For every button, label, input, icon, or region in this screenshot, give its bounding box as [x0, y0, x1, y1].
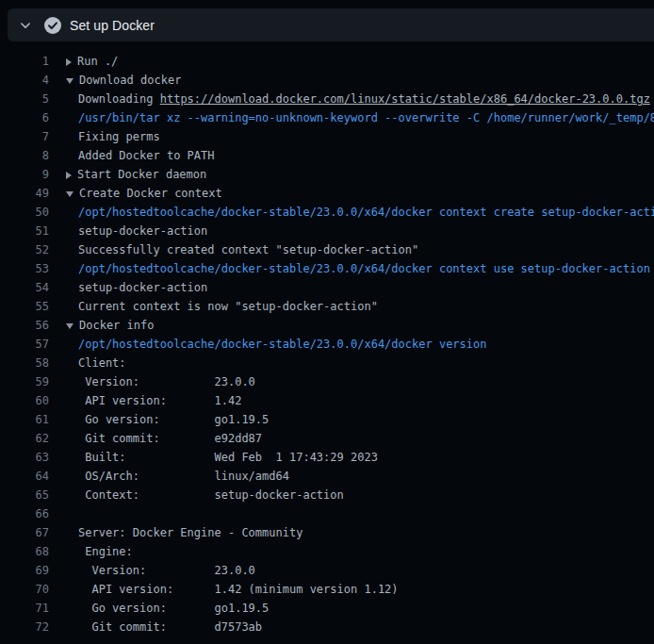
log-line: 54setup-docker-action [0, 278, 654, 297]
line-number[interactable]: 5 [0, 90, 49, 108]
log-line: 53/opt/hostedtoolcache/docker-stable/23.… [0, 259, 654, 278]
log-group-expanded[interactable]: Download docker [49, 71, 181, 90]
line-number[interactable]: 66 [0, 504, 49, 523]
line-number[interactable]: 51 [0, 222, 49, 240]
line-number[interactable]: 1 [0, 52, 49, 71]
command-text: /usr/bin/tar xz --warning=no-unknown-key… [49, 108, 654, 127]
log-text-prefix: Downloading [78, 92, 160, 106]
log-line: 68 Engine: [0, 542, 654, 561]
actions-log-viewer: Set up Docker 1Run ./4Download docker5Do… [0, 0, 654, 644]
log-line: 65 Context: setup-docker-action [0, 486, 654, 504]
log-text: Version: 23.0.0 [49, 372, 255, 391]
log-url-link[interactable]: https://download.docker.com/linux/static… [160, 92, 650, 106]
line-number[interactable]: 70 [0, 580, 49, 599]
step-title: Set up Docker [70, 18, 155, 33]
line-number[interactable]: 6 [0, 108, 49, 127]
log-text: Go version: go1.19.5 [49, 599, 269, 618]
line-number[interactable]: 63 [0, 448, 49, 467]
group-label: Download docker [79, 74, 181, 87]
line-number[interactable]: 8 [0, 146, 49, 165]
line-number[interactable]: 71 [0, 599, 49, 618]
step-header-set-up-docker[interactable]: Set up Docker [8, 8, 654, 41]
line-number[interactable]: 69 [0, 561, 49, 580]
triangle-down-icon [66, 78, 74, 84]
log-line: 56Docker info [0, 316, 654, 335]
line-number[interactable]: 56 [0, 316, 49, 335]
triangle-down-icon [66, 191, 74, 197]
log-line: 9Start Docker daemon [0, 165, 654, 184]
log-line: 61 Go version: go1.19.5 [0, 410, 654, 429]
command-text: /opt/hostedtoolcache/docker-stable/23.0.… [49, 335, 486, 354]
log-line: 51setup-docker-action [0, 222, 654, 240]
triangle-right-icon [66, 58, 72, 66]
log-line: 57/opt/hostedtoolcache/docker-stable/23.… [0, 335, 654, 354]
log-text: Version: 23.0.0 [49, 561, 255, 580]
log-text: Git commit: d7573ab [49, 618, 262, 636]
line-number[interactable]: 7 [0, 127, 49, 146]
log-group-expanded[interactable]: Create Docker context [49, 184, 222, 203]
log-text: setup-docker-action [49, 278, 207, 297]
line-number[interactable]: 52 [0, 240, 49, 259]
log-text: Built: Wed Feb 1 17:43:29 2023 [49, 448, 378, 467]
group-label: Start Docker daemon [77, 168, 206, 181]
line-number[interactable]: 50 [0, 203, 49, 222]
line-number[interactable]: 49 [0, 184, 49, 203]
log-text: Client: [49, 354, 126, 372]
log-line: 5Downloading https://download.docker.com… [0, 90, 654, 108]
log-text: Git commit: e92dd87 [49, 429, 262, 448]
log-group-expanded[interactable]: Docker info [49, 316, 154, 335]
log-line: 55Current context is now "setup-docker-a… [0, 297, 654, 316]
line-number[interactable]: 59 [0, 372, 49, 391]
line-number[interactable]: 58 [0, 354, 49, 372]
line-number[interactable]: 53 [0, 259, 49, 278]
check-circle-icon [44, 17, 61, 34]
log-text: Context: setup-docker-action [49, 486, 344, 504]
group-label: Create Docker context [79, 187, 222, 200]
group-label: Docker info [79, 319, 154, 332]
log-line: 71 Go version: go1.19.5 [0, 599, 654, 618]
line-number[interactable]: 9 [0, 165, 49, 184]
line-number[interactable]: 67 [0, 523, 49, 542]
log-line: 64 OS/Arch: linux/amd64 [0, 467, 654, 486]
log-line: 72 Git commit: d7573ab [0, 618, 654, 636]
log-line: 58Client: [0, 354, 654, 372]
line-number[interactable]: 54 [0, 278, 49, 297]
log-line: 6/usr/bin/tar xz --warning=no-unknown-ke… [0, 108, 654, 127]
log-line: 66 [0, 504, 654, 523]
log-text: API version: 1.42 [49, 391, 241, 410]
log-line: 63 Built: Wed Feb 1 17:43:29 2023 [0, 448, 654, 467]
line-number[interactable]: 4 [0, 71, 49, 90]
log-text: API version: 1.42 (minimum version 1.12) [49, 580, 399, 599]
line-number[interactable]: 65 [0, 486, 49, 504]
log-group-collapsed[interactable]: Run ./ [49, 52, 118, 71]
log-text: Server: Docker Engine - Community [49, 523, 302, 542]
chevron-down-icon[interactable] [18, 18, 33, 33]
log-line: 7Fixing perms [0, 127, 654, 146]
log-group-collapsed[interactable]: Start Docker daemon [49, 165, 206, 184]
line-number[interactable]: 55 [0, 297, 49, 316]
log-text: Added Docker to PATH [49, 146, 215, 165]
log-line: 49Create Docker context [0, 184, 654, 203]
group-label: Run ./ [77, 55, 118, 68]
line-number[interactable]: 60 [0, 391, 49, 410]
line-number[interactable]: 72 [0, 618, 49, 636]
triangle-down-icon [66, 323, 74, 329]
line-number[interactable]: 61 [0, 410, 49, 429]
line-number[interactable]: 64 [0, 467, 49, 486]
log-line: 1Run ./ [0, 52, 654, 71]
line-number[interactable]: 68 [0, 542, 49, 561]
triangle-right-icon [66, 172, 72, 179]
log-line: 62 Git commit: e92dd87 [0, 429, 654, 448]
log-text: Engine: [49, 542, 133, 561]
line-number[interactable]: 57 [0, 335, 49, 354]
log-text: Downloading https://download.docker.com/… [49, 90, 650, 108]
log-output: 1Run ./4Download docker5Downloading http… [0, 52, 654, 644]
line-number[interactable]: 62 [0, 429, 49, 448]
log-line: 59 Version: 23.0.0 [0, 372, 654, 391]
log-line: 4Download docker [0, 71, 654, 90]
log-line: 50/opt/hostedtoolcache/docker-stable/23.… [0, 203, 654, 222]
log-line: 8Added Docker to PATH [0, 146, 654, 165]
log-text: Current context is now "setup-docker-act… [49, 297, 378, 316]
command-text: /opt/hostedtoolcache/docker-stable/23.0.… [49, 259, 650, 278]
log-text [49, 504, 78, 523]
